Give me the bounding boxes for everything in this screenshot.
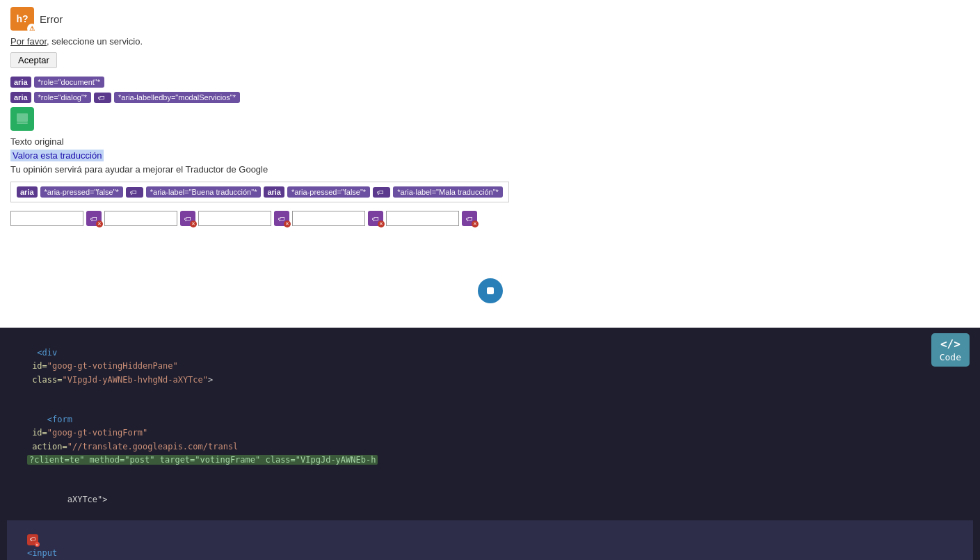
- accept-button[interactable]: Aceptar: [10, 52, 57, 68]
- input-field-5[interactable]: [386, 211, 459, 226]
- attr-role-document: *role="document"*: [34, 77, 104, 88]
- tag-x-btn-1[interactable]: 🏷 ✕: [86, 211, 102, 226]
- attr-buena-traduccion: *aria-label="Buena traducción"*: [146, 186, 262, 198]
- top-section: h? ⚠ Error Por favor, seleccione un serv…: [0, 0, 980, 243]
- tag-badge-3: [373, 187, 390, 198]
- error-emphasis: Por favor: [10, 36, 47, 47]
- translation-rating-row: aria *aria-pressed="false"* *aria-label=…: [10, 182, 509, 202]
- svg-rect-0: [17, 113, 28, 122]
- aria-badge-3: aria: [17, 186, 38, 198]
- circle-row: [0, 264, 980, 317]
- red-icon-1: 🏷✕: [27, 534, 38, 545]
- code-class-attr: class=: [27, 375, 63, 385]
- tag-x-btn-2[interactable]: 🏷 ✕: [180, 211, 195, 226]
- code-badge: </> Code: [931, 333, 970, 367]
- code-line-4: 🏷✕ <input type="text" name="sl" id="goog…: [7, 520, 973, 560]
- code-div-open: <div: [27, 348, 57, 358]
- x-mark-2: ✕: [190, 221, 197, 227]
- attr-pressed-false-1: *aria-pressed="false"*: [40, 186, 123, 198]
- texto-original-label: Texto original: [10, 136, 970, 147]
- aria-badge-2: aria: [10, 92, 31, 103]
- attr-pressed-false-2: *aria-pressed="false"*: [287, 186, 370, 198]
- tag-x-btn-4[interactable]: 🏷 ✕: [368, 211, 383, 226]
- input-field-2[interactable]: [104, 211, 177, 226]
- tag-x-btn-3[interactable]: 🏷 ✕: [274, 211, 289, 226]
- attr-aria-labelledby: *aria-labelledby="modalServicios"*: [114, 92, 240, 103]
- tag-badge-2: [126, 187, 143, 198]
- code-section: </> Code <div id="goog-gt-votingHiddenPa…: [0, 328, 980, 560]
- attr-mala-traduccion: *aria-label="Mala traducción"*: [393, 186, 503, 198]
- aria-badge-4: aria: [264, 186, 284, 198]
- blue-circle-stop-btn[interactable]: [478, 278, 503, 303]
- error-message-rest: , seleccione un servicio.: [47, 36, 143, 47]
- code-line-3: aXYTce">: [7, 480, 973, 520]
- code-line-2: <form id="goog-gt-votingForm" action="//…: [7, 400, 973, 480]
- input-field-3[interactable]: [198, 211, 271, 226]
- h2-label: h?: [16, 13, 28, 24]
- aria-row-2: aria *role="dialog"* *aria-labelledby="m…: [10, 92, 970, 103]
- code-id-attr: id=: [27, 361, 47, 371]
- code-id-value: "goog-gt-votingHiddenPane": [47, 361, 178, 371]
- h2-error-icon: h? ⚠: [10, 7, 34, 31]
- aria-badge-1: aria: [10, 77, 31, 88]
- green-icon: [10, 107, 34, 131]
- code-class-value: "VIpgJd-yAWNEb-hvhgNd-aXYTce": [62, 375, 208, 385]
- x-mark-5: ✕: [472, 221, 479, 227]
- error-message: Por favor, seleccione un servicio.: [10, 36, 970, 47]
- target-highlight: ?client=te" method="post" target="voting…: [27, 455, 378, 465]
- attr-role-dialog: *role="dialog"*: [34, 92, 92, 103]
- input-fields-row: 🏷 ✕ 🏷 ✕ 🏷 ✕ 🏷 ✕ 🏷 ✕: [10, 211, 970, 226]
- tag-badge-1: [94, 93, 111, 103]
- code-badge-label: Code: [940, 352, 961, 362]
- opinion-text: Tu opinión servirá para ayudar a mejorar…: [10, 164, 970, 175]
- code-badge-symbol: </>: [940, 337, 961, 351]
- x-mark-1: ✕: [96, 221, 103, 227]
- error-title: Error: [40, 13, 63, 25]
- input-field-1[interactable]: [10, 211, 83, 226]
- svg-rect-2: [487, 287, 494, 294]
- aria-row-1: aria *role="document"*: [10, 77, 970, 88]
- error-row: h? ⚠ Error: [10, 7, 970, 31]
- x-mark-3: ✕: [284, 221, 291, 227]
- tag-x-btn-5[interactable]: 🏷 ✕: [462, 211, 477, 226]
- warning-badge: ⚠: [27, 24, 37, 33]
- svg-rect-1: [17, 122, 28, 124]
- input-field-4[interactable]: [292, 211, 365, 226]
- valora-link[interactable]: Valora esta traducción: [10, 150, 104, 161]
- x-mark-4: ✕: [378, 221, 385, 227]
- code-line-1: <div id="goog-gt-votingHiddenPane" class…: [7, 333, 973, 400]
